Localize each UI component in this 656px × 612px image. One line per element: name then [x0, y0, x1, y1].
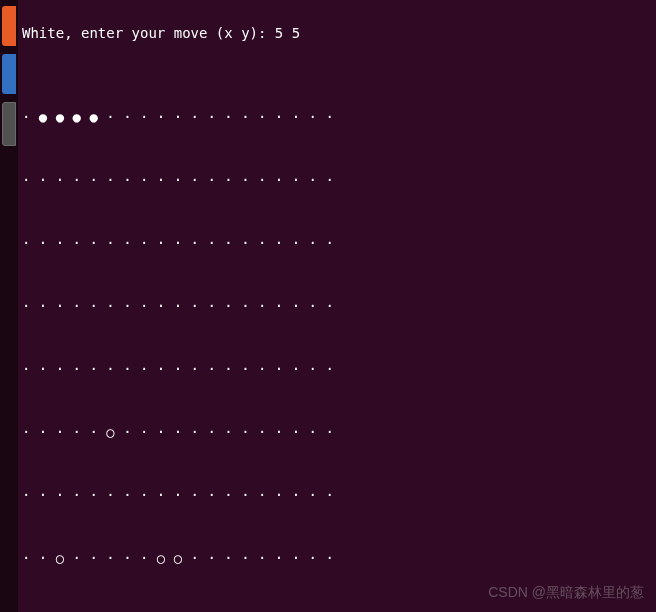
- board-row: · · · · · · · · · · · · · · · · · · ·: [22, 485, 652, 506]
- board-row: · · · · · · · · · · · · · · · · · · ·: [22, 170, 652, 191]
- launcher-bar: [0, 0, 18, 612]
- board-row: · · · · · · · · · · · · · · · · · · ·: [22, 296, 652, 317]
- launcher-item-app[interactable]: [2, 54, 16, 94]
- board-row: · · · · · ○ · · · · · · · · · · · · ·: [22, 422, 652, 443]
- board-row: · · ○ · · · · · ○ ○ · · · · · · · · ·: [22, 548, 652, 569]
- launcher-item-terminal[interactable]: [2, 102, 16, 146]
- launcher-item-files[interactable]: [2, 6, 16, 46]
- board-row: · · · · · · · · · · · · · · · · · · ·: [22, 359, 652, 380]
- white-move-prompt: White, enter your move (x y): 5 5: [22, 23, 652, 44]
- terminal-output[interactable]: White, enter your move (x y): 5 5 · ● ● …: [18, 0, 656, 612]
- board-state-1: · ● ● ● ● · · · · · · · · · · · · · · · …: [22, 65, 652, 612]
- board-row: · ● ● ● ● · · · · · · · · · · · · · ·: [22, 107, 652, 128]
- board-row: · · · · · · · · · · · · · · · · · · ·: [22, 233, 652, 254]
